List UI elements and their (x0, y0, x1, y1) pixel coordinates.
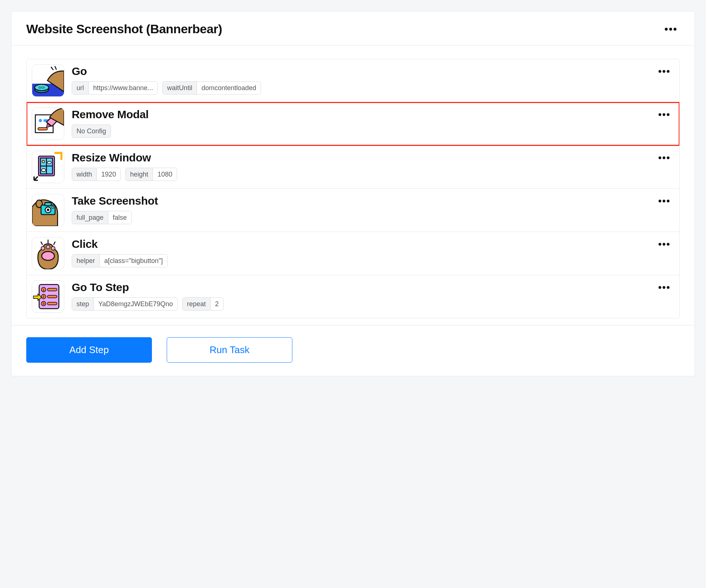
param-value: YaD8emgzJWEbE79Qno (94, 298, 177, 310)
step-row[interactable]: GO!Gourlhttps://www.banne...waitUntildom… (27, 59, 679, 102)
step-body: Take Screenshotfull_pagefalse (72, 194, 673, 224)
card-footer: Add Step Run Task (11, 325, 695, 376)
svg-rect-7 (38, 127, 47, 130)
param-key: full_page (72, 211, 108, 224)
svg-point-12 (42, 160, 45, 163)
no-config-pill: No Config (72, 124, 111, 138)
param-pill: urlhttps://www.banne... (72, 81, 158, 95)
step-body: Clickhelpera[class="bigbutton"] (72, 237, 673, 267)
step-params: urlhttps://www.banne...waitUntildomconte… (72, 81, 673, 95)
task-card: Website Screenshot (Bannerbear) ••• GO!G… (11, 11, 695, 376)
click-icon (32, 237, 64, 270)
add-step-button[interactable]: Add Step (26, 337, 152, 363)
param-value: 2 (211, 298, 223, 310)
svg-point-23 (46, 245, 50, 249)
param-key: width (72, 168, 97, 181)
step-body: Gourlhttps://www.banne...waitUntildomcon… (72, 64, 673, 95)
step-params: No Config (72, 124, 673, 138)
step-params: stepYaD8emgzJWEbE79Qnorepeat2 (72, 297, 673, 311)
svg-text:3: 3 (43, 302, 45, 305)
param-key: step (72, 298, 94, 310)
svg-text:GO!: GO! (38, 85, 45, 89)
svg-point-22 (41, 246, 45, 250)
svg-rect-17 (45, 202, 51, 206)
param-pill: helpera[class="bigbutton"] (72, 254, 167, 267)
card-more-button[interactable]: ••• (662, 23, 680, 36)
svg-point-24 (51, 246, 55, 250)
svg-rect-31 (47, 295, 57, 298)
svg-rect-28 (47, 288, 57, 291)
card-header: Website Screenshot (Bannerbear) ••• (11, 11, 695, 45)
param-key: waitUntil (163, 82, 197, 94)
param-value: domcontentloaded (197, 82, 261, 94)
step-more-button[interactable]: ••• (658, 66, 671, 77)
svg-point-21 (42, 252, 54, 260)
run-task-button[interactable]: Run Task (167, 337, 292, 363)
svg-text:2: 2 (43, 295, 45, 298)
step-more-button[interactable]: ••• (658, 152, 671, 164)
param-pill: width1920 (72, 168, 121, 181)
step-title: Remove Modal (72, 108, 673, 121)
param-pill: repeat2 (182, 297, 224, 311)
step-title: Go (72, 65, 673, 78)
svg-point-14 (41, 169, 46, 172)
step-body: Resize Windowwidth1920height1080 (72, 151, 673, 181)
step-row[interactable]: Remove ModalNo Config••• (27, 102, 679, 146)
step-row[interactable]: 123Go To StepstepYaD8emgzJWEbE79Qnorepea… (27, 275, 679, 318)
take-screenshot-icon (32, 194, 64, 226)
steps-container: GO!Gourlhttps://www.banne...waitUntildom… (11, 45, 695, 325)
step-body: Go To StepstepYaD8emgzJWEbE79Qnorepeat2 (72, 280, 673, 311)
param-key: url (72, 82, 89, 94)
param-pill: stepYaD8emgzJWEbE79Qno (72, 297, 178, 311)
param-key: helper (72, 254, 100, 267)
param-key: repeat (183, 298, 211, 310)
svg-point-13 (47, 161, 51, 164)
page-title: Website Screenshot (Bannerbear) (26, 22, 222, 36)
steps-list: GO!Gourlhttps://www.banne...waitUntildom… (26, 59, 680, 318)
step-title: Go To Step (72, 281, 673, 294)
step-row[interactable]: Clickhelpera[class="bigbutton"]••• (27, 232, 679, 275)
goto-step-icon: 123 (32, 280, 64, 313)
step-row[interactable]: Take Screenshotfull_pagefalse••• (27, 189, 679, 232)
svg-point-19 (47, 209, 50, 211)
resize-window-icon (32, 151, 64, 183)
step-more-button[interactable]: ••• (658, 195, 671, 207)
step-params: width1920height1080 (72, 168, 673, 181)
param-pill: full_pagefalse (72, 211, 132, 224)
step-params: full_pagefalse (72, 211, 673, 224)
param-value: a[class="bigbutton"] (100, 254, 167, 267)
param-value: 1080 (153, 168, 177, 181)
step-more-button[interactable]: ••• (658, 109, 671, 120)
param-value: https://www.banne... (89, 82, 157, 94)
step-more-button[interactable]: ••• (658, 239, 671, 250)
step-title: Click (72, 238, 673, 250)
step-more-button[interactable]: ••• (658, 282, 671, 293)
param-pill: waitUntildomcontentloaded (162, 81, 261, 95)
step-params: helpera[class="bigbutton"] (72, 254, 673, 267)
remove-modal-icon (32, 107, 64, 140)
param-value: false (108, 211, 131, 224)
param-value: 1920 (97, 168, 121, 181)
go-icon: GO! (32, 64, 64, 97)
param-key: height (126, 168, 153, 181)
svg-rect-34 (47, 302, 57, 305)
step-title: Take Screenshot (72, 195, 673, 207)
step-title: Resize Window (72, 151, 673, 164)
svg-text:1: 1 (43, 288, 45, 292)
step-body: Remove ModalNo Config (72, 107, 673, 138)
step-row[interactable]: Resize Windowwidth1920height1080••• (27, 146, 679, 189)
param-pill: height1080 (125, 168, 177, 181)
svg-point-20 (52, 206, 54, 208)
svg-point-5 (39, 119, 42, 122)
